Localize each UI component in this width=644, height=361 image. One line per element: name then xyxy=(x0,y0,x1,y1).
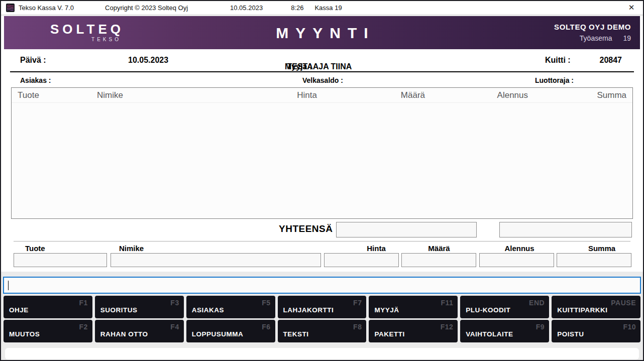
receipt-value: 20847 xyxy=(600,56,622,65)
total-amount-box xyxy=(336,222,477,237)
entry-input-hinta[interactable] xyxy=(324,253,399,267)
button-myyja[interactable]: MYYJÄ F11 xyxy=(369,296,458,318)
entry-label-tuote: Tuote xyxy=(25,244,45,253)
button-key-hint: F2 xyxy=(79,323,88,331)
entry-label-maara: Määrä xyxy=(409,244,469,253)
main-header: SOLTEQ TEKSO MYYNTI SOLTEQ OYJ DEMO Työa… xyxy=(4,16,640,49)
button-label: ASIAKAS xyxy=(192,306,224,314)
titlebar-time: 8:26 xyxy=(291,4,303,12)
button-label: OHJE xyxy=(9,306,29,314)
app-icon xyxy=(6,4,15,12)
button-key-hint: F12 xyxy=(441,323,454,331)
column-header-hinta: Hinta xyxy=(215,90,323,100)
button-lahjakortti[interactable]: LAHJAKORTTI F7 xyxy=(278,296,367,318)
button-label: PLU-KOODIT xyxy=(466,306,510,314)
button-label: TEKSTI xyxy=(283,330,309,338)
status-strip xyxy=(5,348,639,359)
button-label: KUITTIPARKKI xyxy=(557,306,607,314)
date-value: 10.05.2023 xyxy=(128,56,168,65)
app-window: Tekso Kassa V. 7.0 Copyright © 2023 Solt… xyxy=(0,0,644,361)
total-row: YHTEENSÄ xyxy=(1,222,643,238)
button-label: LOPPUSUMMA xyxy=(192,330,244,338)
info-row: Päivä : 10.05.2023 Myyjä : TESTAAJA TIIN… xyxy=(1,49,643,71)
button-label: MYYJÄ xyxy=(374,306,399,314)
column-header-alennus: Alennus xyxy=(431,90,534,100)
text-cursor xyxy=(8,281,9,290)
button-loppusumma[interactable]: LOPPUSUMMA F6 xyxy=(186,320,275,342)
entry-input-nimike[interactable] xyxy=(111,253,321,267)
content-area: SOLTEQ TEKSO MYYNTI SOLTEQ OYJ DEMO Työa… xyxy=(1,16,643,272)
button-label: SUORITUS xyxy=(100,306,138,314)
items-table-header: Tuote Nimike Hinta Määrä Alennus Summa xyxy=(12,88,632,103)
button-key-hint: F9 xyxy=(536,323,545,331)
button-teksti[interactable]: TEKSTI F8 xyxy=(278,320,367,342)
entry-input-alennus[interactable] xyxy=(479,253,554,267)
button-key-hint: F7 xyxy=(353,299,362,307)
entry-input-maara[interactable] xyxy=(401,253,476,267)
button-label: MUUTOS xyxy=(9,330,40,338)
workstation-label: Työasema xyxy=(580,34,612,42)
app-title: Tekso Kassa V. 7.0 xyxy=(19,4,74,12)
close-button[interactable]: ✕ xyxy=(625,2,638,14)
button-key-hint: F10 xyxy=(623,323,636,331)
column-header-nimike: Nimike xyxy=(92,90,215,100)
button-kuittiparkki[interactable]: KUITTIPARKKI PAUSE xyxy=(552,296,640,318)
command-input[interactable] xyxy=(4,278,640,293)
button-poistu[interactable]: POISTU F10 xyxy=(552,320,640,342)
copyright-text: Copyright © 2023 Solteq Oyj xyxy=(105,4,188,12)
receipt-label: Kuitti : xyxy=(545,56,571,65)
date-label: Päivä : xyxy=(20,56,46,65)
entry-label-summa: Summa xyxy=(572,244,632,253)
button-key-hint: F3 xyxy=(170,299,179,307)
titlebar-date: 10.05.2023 xyxy=(230,4,263,12)
function-key-grid: OHJE F1 SUORITUS F3 ASIAKAS F5 LAHJAKORT… xyxy=(4,296,640,342)
column-header-tuote: Tuote xyxy=(12,90,92,100)
titlebar: Tekso Kassa V. 7.0 Copyright © 2023 Solt… xyxy=(1,1,643,14)
entry-input-summa[interactable] xyxy=(557,253,631,267)
items-table: Tuote Nimike Hinta Määrä Alennus Summa xyxy=(11,87,633,219)
page-title: MYYNTI xyxy=(4,25,640,42)
button-label: VAIHTOLAITE xyxy=(466,330,513,338)
button-key-hint: F6 xyxy=(262,323,270,331)
button-key-hint: F4 xyxy=(170,323,179,331)
entry-label-alennus: Alennus xyxy=(489,244,550,253)
button-muutos[interactable]: MUUTOS F2 xyxy=(4,320,92,342)
workstation-value: 19 xyxy=(623,34,631,42)
column-header-maara: Määrä xyxy=(323,90,431,100)
customer-row: Asiakas : Velkasaldo : Luottoraja : xyxy=(1,72,643,87)
button-label: PAKETTI xyxy=(374,330,404,338)
total-secondary-box xyxy=(499,222,632,237)
debt-label: Velkasaldo : xyxy=(302,76,343,84)
entry-input-tuote[interactable] xyxy=(14,253,107,267)
button-label: LAHJAKORTTI xyxy=(283,306,334,314)
button-key-hint: PAUSE xyxy=(611,299,636,307)
button-suoritus[interactable]: SUORITUS F3 xyxy=(95,296,184,318)
button-ohje[interactable]: OHJE F1 xyxy=(4,296,92,318)
store-name: SOLTEQ OYJ DEMO xyxy=(554,23,631,31)
total-label: YHTEENSÄ xyxy=(279,223,333,234)
button-key-hint: F5 xyxy=(262,299,270,307)
button-key-hint: F11 xyxy=(441,299,453,307)
credit-label: Luottoraja : xyxy=(535,76,574,84)
button-label: POISTU xyxy=(557,330,584,338)
column-header-summa: Summa xyxy=(534,90,632,100)
seller-value: TESTAAJA TIINA xyxy=(287,62,352,71)
button-plu-koodit[interactable]: PLU-KOODIT END xyxy=(460,296,549,318)
entry-label-nimike: Nimike xyxy=(119,244,144,253)
button-asiakas[interactable]: ASIAKAS F5 xyxy=(186,296,275,318)
workstation-info: Työasema19 xyxy=(554,34,631,42)
button-vaihtolaite[interactable]: VAIHTOLAITE F9 xyxy=(460,320,549,342)
button-key-hint: END xyxy=(529,299,545,307)
entry-form: Tuote Nimike Hinta Määrä Alennus Summa xyxy=(1,243,643,269)
close-icon: ✕ xyxy=(628,3,635,12)
button-label: RAHAN OTTO xyxy=(100,330,148,338)
separator-line xyxy=(14,241,630,242)
button-key-hint: F1 xyxy=(79,299,88,307)
store-block: SOLTEQ OYJ DEMO Työasema19 xyxy=(554,23,631,42)
button-rahan-otto[interactable]: RAHAN OTTO F4 xyxy=(95,320,184,342)
entry-label-hinta: Hinta xyxy=(354,244,399,253)
button-paketti[interactable]: PAKETTI F12 xyxy=(369,320,458,342)
titlebar-register: Kassa 19 xyxy=(314,4,342,12)
command-bar xyxy=(3,277,641,294)
items-table-body xyxy=(12,103,632,218)
